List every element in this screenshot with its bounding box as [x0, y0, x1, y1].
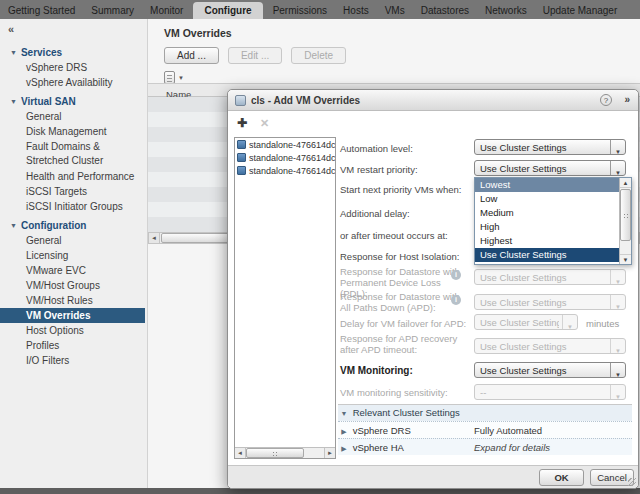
tab-summary[interactable]: Summary	[83, 2, 142, 19]
info-icon[interactable]: i	[451, 270, 461, 280]
sidebar-item-iscsi-targets[interactable]: iSCSI Targets	[0, 184, 145, 199]
sidebar-item-disk-management[interactable]: Disk Management	[0, 124, 145, 139]
sidebar-item-iscsi-initiator-groups[interactable]: iSCSI Initiator Groups	[0, 199, 145, 214]
option-lowest[interactable]: Lowest	[475, 178, 619, 192]
chevron-down-icon[interactable]: ▼	[178, 75, 184, 81]
dialog-title: cls - Add VM Overrides	[251, 95, 360, 106]
sidebar-item-vsphere-drs[interactable]: vSphere DRS	[0, 60, 145, 75]
sidebar-item-fault-domains[interactable]: Fault Domains & Stretched Cluster	[0, 139, 145, 169]
sidebar-item-general-config[interactable]: General	[0, 233, 145, 248]
tab-update-manager[interactable]: Update Manager	[535, 2, 626, 19]
vm-list-horizontal-scrollbar[interactable]: ◄ ►	[235, 447, 335, 458]
tab-bar: Getting Started Summary Monitor Configur…	[0, 0, 640, 19]
drs-value: Fully Automated	[474, 422, 542, 439]
sidebar-item-host-options[interactable]: Host Options	[0, 323, 145, 338]
sidebar-item-health-performance[interactable]: Health and Performance	[0, 169, 145, 184]
automation-level-dropdown[interactable]: Use Cluster Settings ▼	[474, 139, 626, 155]
sidebar-group-configuration[interactable]: ▼Configuration	[0, 218, 145, 233]
scrollbar-thumb[interactable]	[620, 189, 631, 241]
page-title: VM Overrides	[164, 27, 232, 39]
restart-priority-options-list: Lowest Low Medium High Highest Use Clust…	[474, 177, 632, 265]
apd-failover-delay-label: Delay for VM failover for APD:	[340, 318, 468, 329]
chevron-right-icon[interactable]: ▶	[338, 440, 350, 457]
chevron-down-icon[interactable]: ▼	[610, 363, 625, 377]
additional-delay-label: Additional delay:	[340, 208, 468, 219]
remove-vm-icon[interactable]: ✕	[260, 117, 269, 129]
tab-networks[interactable]: Networks	[477, 2, 535, 19]
sidebar-item-vm-host-rules[interactable]: VM/Host Rules	[0, 293, 145, 308]
option-use-cluster-settings[interactable]: Use Cluster Settings	[475, 248, 619, 262]
vsphere-ha-row[interactable]: ▶ vSphere HA Expand for details	[338, 438, 632, 455]
dialog-footer: OK Cancel	[228, 465, 638, 488]
vm-restart-priority-dropdown[interactable]: Use Cluster Settings ▼	[474, 160, 626, 176]
list-item[interactable]: standalone-476614dce-	[235, 164, 335, 177]
sidebar-group-virtual-san[interactable]: ▼Virtual SAN	[0, 94, 145, 109]
vm-monitoring-sensitivity-dropdown[interactable]: -- ▼	[474, 384, 626, 400]
apd-response-label: Response for Datastore with All Paths Do…	[340, 291, 468, 313]
relevant-cluster-settings-header[interactable]: ▼ Relevant Cluster Settings	[338, 405, 632, 421]
add-vm-overrides-dialog: cls - Add VM Overrides ? » ✚ ✕ standalon…	[227, 89, 639, 489]
sidebar-item-vm-overrides[interactable]: VM Overrides	[0, 308, 145, 323]
scroll-down-icon[interactable]: ▼	[620, 254, 631, 264]
options-vertical-scrollbar[interactable]: ▲ ▼	[619, 178, 631, 264]
apd-failover-delay-dropdown[interactable]: Use Cluster Settings - ▼	[474, 314, 578, 330]
pdl-response-dropdown[interactable]: Use Cluster Settings ▼	[474, 269, 626, 285]
tab-permissions[interactable]: Permissions	[265, 2, 335, 19]
tab-hosts[interactable]: Hosts	[335, 2, 377, 19]
info-icon[interactable]: i	[451, 295, 461, 305]
tab-getting-started[interactable]: Getting Started	[0, 2, 83, 19]
vm-monitoring-label: VM Monitoring:	[340, 365, 468, 376]
selected-vms-list: standalone-476614dce- standalone-476614d…	[234, 137, 336, 459]
tab-vms[interactable]: VMs	[377, 2, 413, 19]
option-highest[interactable]: Highest	[475, 234, 619, 248]
chevron-down-icon[interactable]: ▼	[610, 161, 625, 175]
collapse-dialog-icon[interactable]: »	[624, 94, 630, 105]
toolbar: Add ... Edit ... Delete	[164, 47, 346, 64]
vsphere-drs-row[interactable]: ▶ vSphere DRS Fully Automated	[338, 421, 632, 438]
apd-response-dropdown[interactable]: Use Cluster Settings ▼	[474, 294, 626, 310]
start-next-priority-label: Start next priority VMs when:	[340, 184, 468, 195]
tab-configure[interactable]: Configure	[193, 2, 262, 19]
list-item[interactable]: standalone-476614dce-	[235, 138, 335, 151]
sidebar-item-io-filters[interactable]: I/O Filters	[0, 353, 145, 368]
add-vm-icon[interactable]: ✚	[237, 117, 247, 129]
chevron-down-icon: ▼	[610, 270, 625, 284]
chevron-down-icon: ▼	[10, 94, 17, 109]
scroll-right-icon[interactable]: ►	[324, 448, 335, 458]
sidebar-collapse-icon[interactable]: «	[8, 23, 14, 35]
sidebar-item-vsphere-availability[interactable]: vSphere Availability	[0, 75, 145, 90]
ok-button[interactable]: OK	[539, 469, 584, 486]
dialog-title-bar[interactable]: cls - Add VM Overrides ? »	[228, 90, 638, 111]
scroll-up-icon[interactable]: ▲	[620, 178, 631, 188]
vm-monitoring-dropdown[interactable]: Use Cluster Settings ▼	[474, 362, 626, 378]
tab-datastores[interactable]: Datastores	[413, 2, 477, 19]
option-medium[interactable]: Medium	[475, 206, 619, 220]
scroll-left-icon[interactable]: ◄	[149, 233, 160, 243]
chevron-down-icon[interactable]: ▼	[610, 140, 625, 154]
chevron-down-icon: ▼	[10, 218, 17, 233]
chevron-down-icon: ▼	[610, 385, 625, 399]
scrollbar-thumb[interactable]	[246, 448, 304, 458]
vm-list-toolbar: ✚ ✕	[237, 117, 269, 129]
sidebar-item-vm-host-groups[interactable]: VM/Host Groups	[0, 278, 145, 293]
help-icon[interactable]: ?	[600, 94, 612, 106]
add-button[interactable]: Add ...	[164, 47, 219, 64]
edit-button[interactable]: Edit ...	[228, 47, 282, 64]
sidebar-item-profiles[interactable]: Profiles	[0, 338, 145, 353]
sidebar-group-services[interactable]: ▼Services	[0, 45, 145, 60]
vm-icon	[237, 166, 246, 175]
delete-button[interactable]: Delete	[291, 47, 346, 64]
vsphere-web-client: Getting Started Summary Monitor Configur…	[0, 0, 640, 494]
option-low[interactable]: Low	[475, 192, 619, 206]
configure-sidebar: « ▼Services vSphere DRS vSphere Availabi…	[0, 19, 148, 488]
resize-grip[interactable]	[628, 478, 636, 486]
option-high[interactable]: High	[475, 220, 619, 234]
sidebar-item-vmware-evc[interactable]: VMware EVC	[0, 263, 145, 278]
tab-monitor[interactable]: Monitor	[142, 2, 191, 19]
sidebar-item-general[interactable]: General	[0, 109, 145, 124]
list-item[interactable]: standalone-476614dce-	[235, 151, 335, 164]
sidebar-item-licensing[interactable]: Licensing	[0, 248, 145, 263]
chevron-down-icon: ▼	[610, 339, 625, 353]
scroll-left-icon[interactable]: ◄	[235, 448, 246, 458]
apd-recovery-dropdown[interactable]: Use Cluster Settings ▼	[474, 338, 626, 354]
